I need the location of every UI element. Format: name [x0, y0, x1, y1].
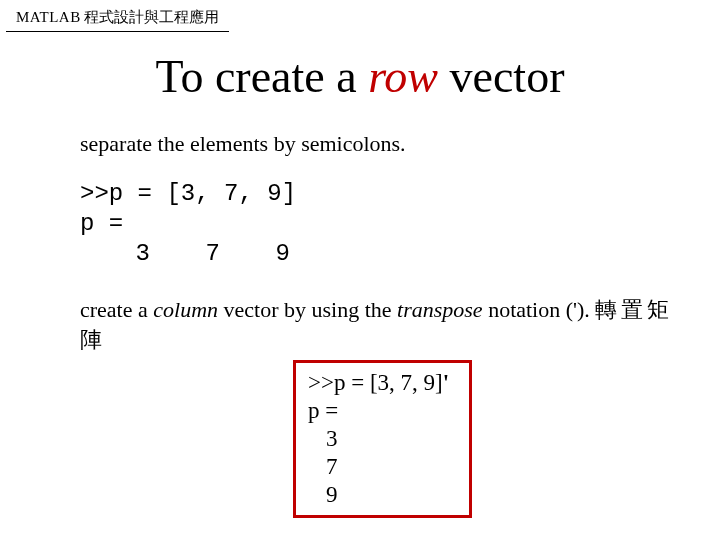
redbox-prime: ' — [443, 370, 449, 395]
description: create a column vector by using the tran… — [80, 295, 680, 354]
subtitle: separate the elements by semicolons. — [80, 131, 680, 157]
code-val-3: 9 — [220, 239, 290, 269]
content-area: separate the elements by semicolons. >>p… — [0, 131, 720, 354]
header-text: 程式設計與工程應用 — [81, 9, 220, 25]
redbox-val-2: 7 — [308, 453, 449, 481]
desc-t2: vector by using the — [218, 297, 397, 322]
page-header: MATLAB 程式設計與工程應用 — [6, 0, 229, 32]
code-line-1: >>p = [3, 7, 9] — [80, 179, 680, 209]
redbox-line-1: >>p = [3, 7, 9]' — [308, 369, 449, 397]
desc-t3: notation ('). — [483, 297, 596, 322]
redbox-line-2: p = — [308, 397, 449, 425]
code-val-2: 7 — [150, 239, 220, 269]
redbox-val-3: 9 — [308, 481, 449, 509]
redbox-code: >>p = [3, 7, 9] — [308, 370, 443, 395]
title-row: row — [368, 51, 438, 102]
header-matlab: MATLAB — [16, 9, 81, 25]
title-pre: To create a — [156, 51, 369, 102]
redbox-val-1: 3 — [308, 425, 449, 453]
code-line-2: p = — [80, 209, 680, 239]
desc-column: column — [153, 297, 218, 322]
desc-transpose: transpose — [397, 297, 483, 322]
title-post: vector — [438, 51, 564, 102]
code-val-1: 3 — [80, 239, 150, 269]
desc-t1: create a — [80, 297, 153, 322]
column-vector-box: >>p = [3, 7, 9]' p = 3 7 9 — [293, 360, 472, 518]
page-title: To create a row vector — [0, 50, 720, 103]
code-block-row: >>p = [3, 7, 9] p = 379 — [80, 179, 680, 269]
code-output-row: 379 — [80, 239, 680, 269]
